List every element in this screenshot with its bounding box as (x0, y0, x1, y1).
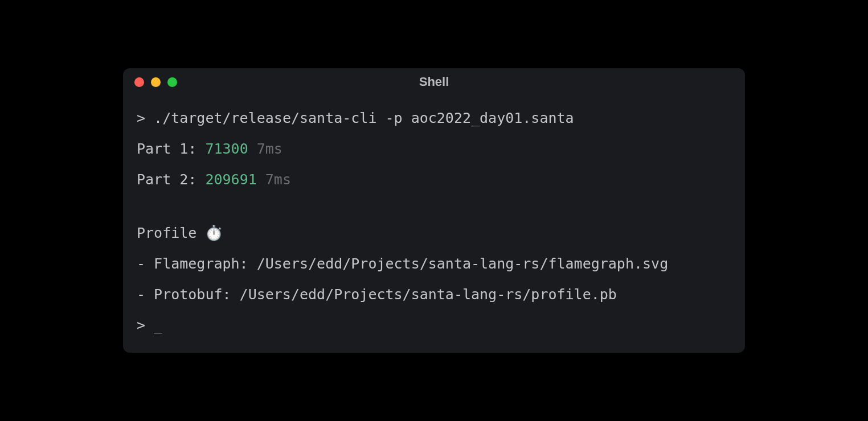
part1-time: 7ms (248, 141, 282, 157)
part2-label: Part 2: (137, 171, 205, 188)
part2-value: 209691 (205, 171, 256, 188)
output-part1: Part 1: 71300 7ms (137, 138, 731, 160)
prompt: > (137, 317, 154, 333)
window-title: Shell (419, 75, 449, 89)
prompt-line: > _ (137, 314, 731, 337)
protobuf-line: - Protobuf: /Users/edd/Projects/santa-la… (137, 283, 731, 306)
part1-value: 71300 (205, 141, 248, 157)
terminal-body[interactable]: > ./target/release/santa-cli -p aoc2022_… (123, 96, 745, 353)
output-part2: Part 2: 209691 7ms (137, 168, 731, 191)
command-text: ./target/release/santa-cli -p aoc2022_da… (154, 110, 574, 126)
cursor: _ (154, 317, 162, 333)
terminal-window: Shell > ./target/release/santa-cli -p ao… (123, 68, 745, 353)
traffic-lights (134, 77, 177, 87)
maximize-button[interactable] (167, 77, 177, 87)
blank-line (137, 191, 731, 214)
titlebar: Shell (123, 68, 745, 96)
command-line: > ./target/release/santa-cli -p aoc2022_… (137, 107, 731, 130)
part2-time: 7ms (257, 171, 291, 188)
part1-label: Part 1: (137, 141, 205, 157)
profile-header: Profile ⏱️ (137, 222, 731, 245)
close-button[interactable] (134, 77, 144, 87)
minimize-button[interactable] (151, 77, 161, 87)
flamegraph-line: - Flamegraph: /Users/edd/Projects/santa-… (137, 253, 731, 275)
prompt: > (137, 110, 154, 126)
